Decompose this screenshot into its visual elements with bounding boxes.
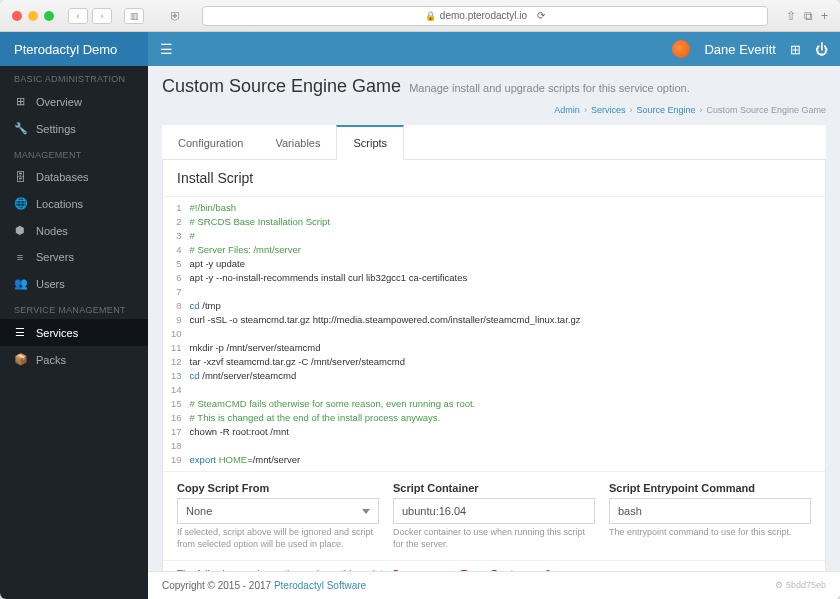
sidebar-item-label: Users [36, 278, 65, 290]
footer: Copyright © 2015 - 2017 Pterodactyl Soft… [148, 571, 840, 599]
copy-from-label: Copy Script From [177, 482, 379, 494]
side-section: SERVICE MANAGEMENT [0, 297, 148, 319]
brand[interactable]: Pterodactyl Demo [0, 32, 148, 66]
minimize-window[interactable] [28, 11, 38, 21]
sidebar-item-settings[interactable]: 🔧Settings [0, 115, 148, 142]
tab-variables[interactable]: Variables [259, 125, 336, 159]
close-window[interactable] [12, 11, 22, 21]
side-section: BASIC ADMINISTRATION [0, 66, 148, 88]
breadcrumb-item: Custom Source Engine Game [706, 105, 826, 115]
plus-icon[interactable]: + [821, 9, 828, 23]
sidebar-item-services[interactable]: ☰Services [0, 319, 148, 346]
sidebar-item-packs[interactable]: 📦Packs [0, 346, 148, 373]
avatar[interactable] [672, 40, 690, 58]
container-input[interactable] [393, 498, 595, 524]
username[interactable]: Dane Everitt [704, 42, 776, 57]
code-editor[interactable]: 12345678910111213141516171819 #!/bin/bas… [163, 197, 825, 471]
sidebar-item-databases[interactable]: 🗄Databases [0, 164, 148, 190]
tab-configuration[interactable]: Configuration [162, 125, 259, 159]
reload-icon[interactable]: ⟳ [537, 10, 545, 21]
side-section: MANAGEMENT [0, 142, 148, 164]
sidebar-item-servers[interactable]: ≡Servers [0, 244, 148, 270]
topbar: ☰ Dane Everitt ⊞ ⏻ [148, 32, 840, 66]
sidebar-item-label: Locations [36, 198, 83, 210]
databases-icon: 🗄 [14, 171, 26, 183]
locations-icon: 🌐 [14, 197, 26, 210]
page-title: Custom Source Engine Game [162, 76, 401, 97]
sidebar-item-label: Services [36, 327, 78, 339]
breadcrumb: Admin›Services›Source Engine›Custom Sour… [554, 105, 826, 115]
grid-icon[interactable]: ⊞ [790, 42, 801, 57]
packs-icon: 📦 [14, 353, 26, 366]
sidebar: Pterodactyl Demo BASIC ADMINISTRATION⊞Ov… [0, 32, 148, 599]
forward-button[interactable]: › [92, 8, 112, 24]
rely-row: The following service options rely on th… [163, 560, 825, 571]
nodes-icon: ⬢ [14, 224, 26, 237]
sidebar-item-label: Packs [36, 354, 66, 366]
container-help: Docker container to use when running thi… [393, 527, 595, 550]
overview-icon: ⊞ [14, 95, 26, 108]
breadcrumb-item[interactable]: Admin [554, 105, 580, 115]
copy-from-select[interactable]: None [177, 498, 379, 524]
back-button[interactable]: ‹ [68, 8, 88, 24]
shield-icon: ⛨ [170, 9, 184, 23]
sidebar-toggle[interactable]: ▥ [124, 8, 144, 24]
share-icon[interactable]: ⇧ [786, 9, 796, 23]
install-script-title: Install Script [163, 160, 825, 197]
tab-scripts[interactable]: Scripts [336, 125, 404, 160]
sidebar-item-label: Nodes [36, 225, 68, 237]
container-label: Script Container [393, 482, 595, 494]
power-icon[interactable]: ⏻ [815, 42, 828, 57]
sidebar-item-nodes[interactable]: ⬢Nodes [0, 217, 148, 244]
url-bar[interactable]: 🔒 demo.pterodactyl.io ⟳ [202, 6, 768, 26]
lock-icon: 🔒 [425, 11, 436, 21]
footer-link[interactable]: Pterodactyl Software [274, 580, 366, 591]
breadcrumb-item[interactable]: Source Engine [636, 105, 695, 115]
sidebar-item-locations[interactable]: 🌐Locations [0, 190, 148, 217]
sidebar-item-overview[interactable]: ⊞Overview [0, 88, 148, 115]
tabs-icon[interactable]: ⧉ [804, 9, 813, 23]
breadcrumb-item[interactable]: Services [591, 105, 626, 115]
sidebar-item-users[interactable]: 👥Users [0, 270, 148, 297]
hamburger-icon[interactable]: ☰ [160, 41, 173, 57]
sidebar-item-label: Servers [36, 251, 74, 263]
sidebar-item-label: Settings [36, 123, 76, 135]
sidebar-item-label: Databases [36, 171, 89, 183]
entrypoint-help: The entrypoint command to use for this s… [609, 527, 811, 539]
users-icon: 👥 [14, 277, 26, 290]
page-subtitle: Manage install and upgrade scripts for t… [409, 82, 690, 94]
entrypoint-label: Script Entrypoint Command [609, 482, 811, 494]
copy-from-help: If selected, script above will be ignore… [177, 527, 379, 550]
browser-chrome: ‹ › ▥ ⛨ 🔒 demo.pterodactyl.io ⟳ ⇧ ⧉ + [0, 0, 840, 32]
sidebar-item-label: Overview [36, 96, 82, 108]
services-icon: ☰ [14, 326, 26, 339]
url-text: demo.pterodactyl.io [440, 10, 527, 21]
servers-icon: ≡ [14, 251, 26, 263]
settings-icon: 🔧 [14, 122, 26, 135]
entrypoint-input[interactable] [609, 498, 811, 524]
tabs: ConfigurationVariablesScripts [162, 125, 826, 160]
maximize-window[interactable] [44, 11, 54, 21]
